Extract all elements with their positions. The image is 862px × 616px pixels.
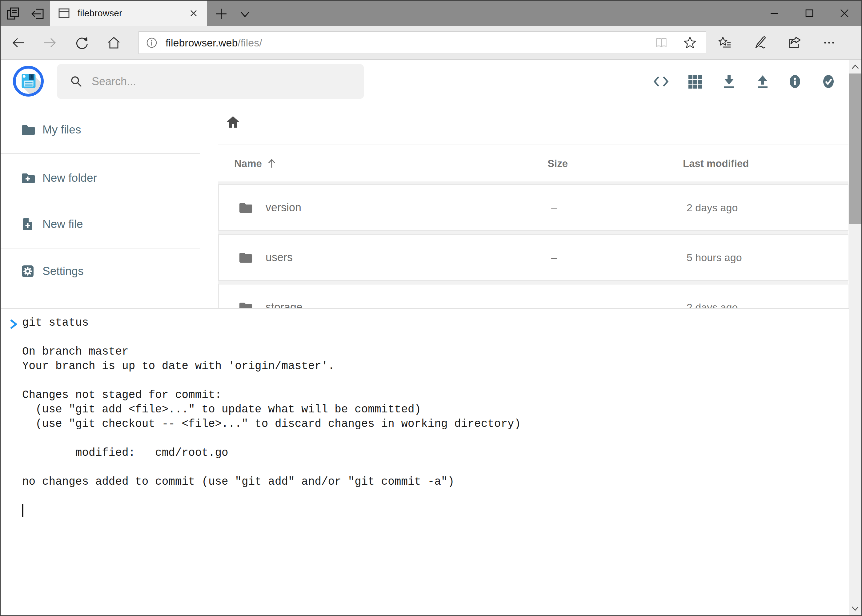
reading-view-icon[interactable] <box>655 36 668 50</box>
prompt-chevron-icon <box>9 318 19 330</box>
maximize-button[interactable] <box>792 1 827 26</box>
terminal-line: On branch master <box>22 344 849 359</box>
terminal-panel[interactable]: git status On branch master Your branch … <box>1 308 849 616</box>
terminal-cursor-line <box>22 503 849 518</box>
sidebar-label: New folder <box>43 171 97 184</box>
terminal-line: (use "git add <file>..." to update what … <box>22 402 849 417</box>
forward-icon[interactable] <box>43 35 57 50</box>
tab-close-icon[interactable] <box>188 8 199 19</box>
sidebar-item-my-files[interactable]: My files <box>1 112 201 148</box>
upload-icon[interactable] <box>754 73 771 90</box>
scroll-up-icon[interactable] <box>851 63 860 72</box>
file-modified: 5 hours ago <box>687 251 848 264</box>
sidebar-divider <box>1 153 200 154</box>
scrollbar-thumb[interactable] <box>849 74 861 224</box>
back-icon[interactable] <box>11 35 26 50</box>
file-plus-icon <box>20 217 35 232</box>
terminal-line <box>22 489 849 503</box>
listing-header: Name Size Last modified <box>218 154 848 173</box>
breadcrumb-home-icon[interactable] <box>225 115 241 130</box>
folder-icon <box>238 250 253 265</box>
filebrowser-logo <box>13 66 44 97</box>
home-icon[interactable] <box>107 35 121 50</box>
url-path: /files/ <box>238 37 262 49</box>
share-icon[interactable] <box>787 35 802 50</box>
terminal-command: git status <box>22 316 849 330</box>
search-icon <box>69 75 83 88</box>
favorites-hub-icon[interactable] <box>718 35 733 50</box>
terminal-line: no changes added to commit (use "git add… <box>22 475 849 489</box>
terminal-line: modified: cmd/root.go <box>22 446 849 460</box>
page-scrollbar[interactable] <box>849 60 861 616</box>
address-separator <box>161 35 161 51</box>
file-size: – <box>551 251 687 264</box>
file-row-users[interactable]: users – 5 hours ago <box>218 234 848 281</box>
page-favicon-icon <box>58 7 70 19</box>
terminal-line: Your branch is up to date with 'origin/m… <box>22 359 849 373</box>
set-tabs-aside-icon[interactable] <box>30 6 46 22</box>
scroll-down-icon[interactable] <box>851 604 860 613</box>
site-info-icon[interactable] <box>146 37 158 49</box>
column-size[interactable]: Size <box>547 158 683 170</box>
terminal-line: Changes not staged for commit: <box>22 388 849 402</box>
breadcrumb-divider <box>218 145 848 145</box>
sidebar-item-settings[interactable]: Settings <box>1 253 201 290</box>
web-notes-pen-icon[interactable] <box>753 35 767 50</box>
titlebar: filebrowser <box>1 1 861 26</box>
search-input[interactable] <box>92 75 338 88</box>
address-bar[interactable]: filebrowser.web/files/ <box>139 31 706 54</box>
terminal-line <box>22 373 849 388</box>
file-modified: 2 days ago <box>687 202 848 214</box>
sidebar-item-new-folder[interactable]: New folder <box>1 160 201 196</box>
grid-view-icon[interactable] <box>687 73 704 90</box>
search-bar[interactable] <box>57 64 364 99</box>
download-icon[interactable] <box>720 73 738 90</box>
minimize-button[interactable] <box>757 1 791 26</box>
code-view-icon[interactable] <box>652 73 670 90</box>
new-tab-icon[interactable] <box>214 7 229 21</box>
gear-icon <box>20 264 35 279</box>
sidebar-item-new-file[interactable]: New file <box>1 206 201 243</box>
folder-plus-icon <box>20 171 35 185</box>
tab-title: filebrowser <box>77 8 188 19</box>
file-name: users <box>266 251 293 264</box>
file-size: – <box>551 202 687 214</box>
sidebar-label: My files <box>43 123 81 136</box>
close-window-button[interactable] <box>827 1 862 26</box>
settings-more-icon[interactable] <box>822 35 837 50</box>
url-host: filebrowser.web <box>165 37 238 49</box>
text-cursor <box>22 504 24 517</box>
terminal-line <box>22 330 849 344</box>
folder-icon <box>20 123 35 137</box>
folder-icon <box>238 200 253 215</box>
sort-ascending-icon[interactable] <box>266 158 277 169</box>
select-check-icon[interactable] <box>820 73 837 90</box>
tab-preview-chevron-icon[interactable] <box>238 10 252 19</box>
tabs-set-aside-list-icon[interactable] <box>5 6 21 22</box>
sidebar-divider <box>1 248 200 248</box>
info-icon[interactable] <box>786 73 804 90</box>
file-name: version <box>266 201 301 214</box>
sidebar-label: Settings <box>43 265 84 278</box>
column-name[interactable]: Name <box>234 158 262 170</box>
file-row-version[interactable]: version – 2 days ago <box>218 184 848 231</box>
terminal-line: (use "git checkout -- <file>..." to disc… <box>22 417 849 431</box>
terminal-line <box>22 460 849 475</box>
sidebar-label: New file <box>43 218 83 231</box>
browser-window: filebrowser <box>0 0 862 616</box>
refresh-icon[interactable] <box>74 35 89 50</box>
browser-tab[interactable]: filebrowser <box>50 1 207 26</box>
add-favorite-star-icon[interactable] <box>683 36 697 50</box>
column-modified[interactable]: Last modified <box>683 158 848 170</box>
terminal-line <box>22 431 849 446</box>
url-text[interactable]: filebrowser.web/files/ <box>165 37 655 49</box>
browser-navbar: filebrowser.web/files/ <box>1 26 861 60</box>
